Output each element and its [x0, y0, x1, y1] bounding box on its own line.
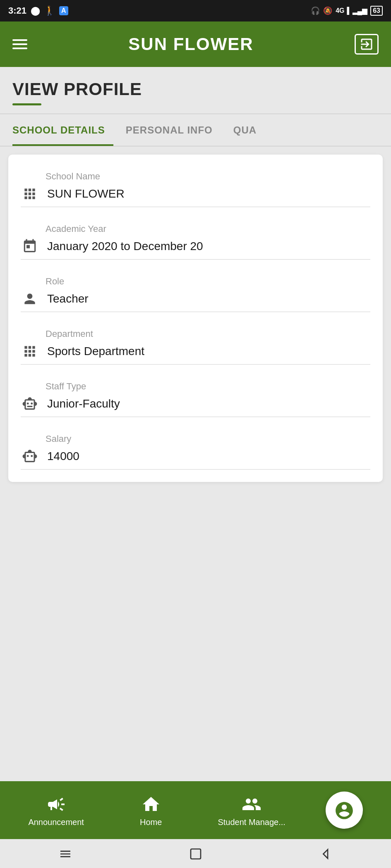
staff-type-value: Junior-Faculty	[47, 397, 370, 410]
salary-row: 14000	[21, 448, 370, 470]
android-menu-button[interactable]	[59, 847, 72, 861]
academic-year-label: Academic Year	[46, 224, 370, 234]
walk-icon: 🚶	[44, 5, 55, 16]
school-name-row: SUN FLOWER	[21, 186, 370, 207]
student-manage-label: Student Manage...	[218, 818, 285, 827]
school-name-icon	[21, 186, 39, 202]
role-row: Teacher	[21, 291, 370, 312]
salary-icon	[21, 448, 39, 464]
staff-type-icon	[21, 396, 39, 412]
salary-field: Salary 14000	[8, 425, 383, 474]
tab-qualifications[interactable]: QUA	[233, 114, 265, 146]
role-label: Role	[46, 276, 370, 287]
academic-year-field: Academic Year January 2020 to December 2…	[8, 215, 383, 264]
student-manage-icon	[242, 793, 261, 814]
announcement-icon	[46, 793, 66, 814]
staff-type-label: Staff Type	[46, 381, 370, 392]
nav-announcement[interactable]: Announcement	[28, 793, 84, 827]
app-bar: SUN FLOWER	[0, 21, 391, 67]
status-bar-left: 3:21 ⬤ 🚶 A	[8, 5, 68, 16]
school-name-field: School Name SUN FLOWER	[8, 163, 383, 211]
logout-button[interactable]	[355, 34, 379, 55]
time-display: 3:21	[8, 5, 26, 16]
staff-type-row: Junior-Faculty	[21, 396, 370, 417]
nav-fab-button[interactable]	[326, 792, 363, 829]
department-value: Sports Department	[47, 345, 370, 358]
department-label: Department	[46, 329, 370, 339]
tabs-bar: SCHOOL DETAILS PERSONAL INFO QUA	[0, 114, 391, 146]
academic-year-value: January 2020 to December 20	[47, 240, 370, 253]
headphone-icon: 🎧	[311, 6, 320, 15]
academic-year-row: January 2020 to December 20	[21, 238, 370, 260]
battery-icon: 63	[370, 6, 383, 16]
announcement-label: Announcement	[28, 818, 84, 827]
app-icon: A	[59, 6, 68, 15]
role-value: Teacher	[47, 292, 370, 305]
role-field: Role Teacher	[8, 268, 383, 316]
nav-fab-icon	[334, 799, 355, 821]
tab-personal-info[interactable]: PERSONAL INFO	[126, 114, 221, 146]
page-title-underline	[12, 103, 41, 105]
tab-school-details[interactable]: SCHOOL DETAILS	[12, 114, 113, 146]
salary-label: Salary	[46, 434, 370, 444]
android-back-button[interactable]	[319, 847, 333, 861]
department-icon	[21, 343, 39, 359]
menu-button[interactable]	[12, 39, 27, 49]
signal-icon: 4G▐	[336, 7, 349, 14]
wifi-signal-icon: ▂▄▆	[353, 7, 367, 15]
bell-off-icon: 🔕	[323, 6, 332, 15]
staff-type-field: Staff Type Junior-Faculty	[8, 373, 383, 421]
scroll-space	[0, 490, 391, 573]
home-icon	[141, 793, 161, 814]
android-nav-bar	[0, 839, 391, 868]
svg-rect-0	[191, 849, 201, 859]
school-details-card: School Name SUN FLOWER Academic Year	[8, 155, 383, 482]
department-row: Sports Department	[21, 343, 370, 365]
android-home-button[interactable]	[189, 847, 202, 861]
school-name-value: SUN FLOWER	[47, 187, 370, 200]
page-content: VIEW PROFILE SCHOOL DETAILS PERSONAL INF…	[0, 67, 391, 781]
status-bar-right: 🎧 🔕 4G▐ ▂▄▆ 63	[311, 6, 383, 16]
school-name-label: School Name	[46, 171, 370, 182]
page-title: VIEW PROFILE	[12, 79, 379, 99]
home-label: Home	[140, 818, 162, 827]
academic-year-icon	[21, 238, 39, 254]
salary-value: 14000	[47, 450, 370, 463]
department-field: Department Sports Department	[8, 320, 383, 369]
nav-home[interactable]: Home	[124, 793, 178, 827]
app-title: SUN FLOWER	[128, 34, 253, 54]
svg-marker-1	[323, 849, 328, 858]
role-icon	[21, 291, 39, 307]
page-header: VIEW PROFILE	[0, 67, 391, 105]
status-bar: 3:21 ⬤ 🚶 A 🎧 🔕 4G▐ ▂▄▆ 63	[0, 0, 391, 21]
bottom-nav: Announcement Home Student Manage...	[0, 781, 391, 839]
skype-icon: ⬤	[31, 6, 40, 16]
nav-student-manage[interactable]: Student Manage...	[218, 793, 285, 827]
